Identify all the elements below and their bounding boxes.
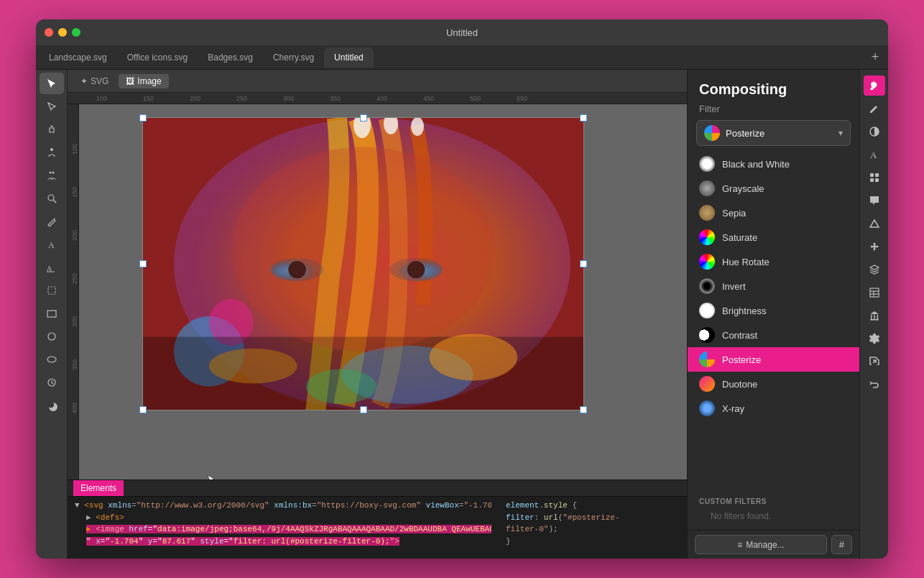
settings-button[interactable] [864, 329, 885, 349]
filter-dropdown-icon [704, 125, 720, 141]
tab-office[interactable]: Office icons.svg [117, 47, 198, 68]
minimize-button[interactable] [58, 28, 67, 37]
handle-bot-left[interactable] [139, 406, 147, 413]
filter-item-contrast[interactable]: Contrast [688, 323, 859, 347]
svg-rect-34 [870, 173, 874, 177]
clock-tool[interactable] [40, 372, 64, 393]
svg-point-29 [429, 334, 517, 380]
svg-rect-8 [48, 287, 55, 294]
svg-rect-43 [871, 315, 872, 319]
tab-untitled[interactable]: Untitled [324, 47, 374, 68]
selected-image[interactable] [142, 117, 584, 410]
filter-name-invert: Invert [722, 281, 746, 292]
add-tab-button[interactable]: + [865, 47, 885, 68]
crop-tool[interactable] [40, 280, 64, 301]
code-line-defs[interactable]: ▶ <defs> [75, 512, 491, 524]
person-tool[interactable] [40, 142, 64, 163]
filter-item-sepia[interactable]: Sepia [688, 201, 859, 225]
filter-item-saturate[interactable]: Saturate [688, 225, 859, 249]
zoom-tool[interactable] [40, 188, 64, 209]
hash-button[interactable]: # [831, 535, 852, 554]
svg-line-14 [52, 382, 53, 384]
select-tool[interactable] [40, 73, 64, 94]
code-line-image2[interactable]: " x="-1.704" y="87.617" style="filter: u… [75, 536, 491, 548]
manage-bar: ≡ Manage... # [688, 530, 859, 559]
filter-name-saturate: Saturate [722, 232, 757, 243]
left-toolbar: A A [36, 70, 68, 559]
pen-tool[interactable] [40, 211, 64, 232]
filter-item-posterize[interactable]: Posterize [688, 347, 859, 372]
moon-tool[interactable] [40, 395, 64, 416]
svg-rect-35 [875, 173, 879, 177]
text-tool[interactable]: A [40, 234, 64, 255]
code-right-1: element.style { [506, 500, 680, 512]
svg-text:A: A [48, 240, 55, 250]
svg-rect-36 [870, 178, 874, 182]
list-icon: ≡ [737, 540, 742, 550]
filter-item-brightness[interactable]: Brightness [688, 298, 859, 323]
text2-tool[interactable]: A [40, 257, 64, 278]
elements-tab[interactable]: Elements [73, 480, 124, 496]
bank-button[interactable] [864, 306, 885, 326]
compositing-header: Compositing [688, 70, 859, 104]
filter-item-hue-rotate[interactable]: Hue Rotate [688, 249, 859, 274]
circle-tool[interactable] [40, 326, 64, 347]
svg-rect-44 [874, 315, 875, 319]
pan-tool[interactable] [40, 119, 64, 140]
filter-icon-gray [699, 180, 715, 196]
filter-dropdown[interactable]: Posterize ▾ [696, 120, 851, 146]
filter-icon-bright [699, 303, 715, 318]
code-right-2: filter: url("#posterize- [506, 512, 680, 524]
svg-text:A: A [47, 265, 52, 272]
svg-mode-tab[interactable]: ✦ SVG [73, 74, 116, 88]
canvas-area[interactable] [79, 104, 687, 480]
filter-item-duotone[interactable]: Duotone [688, 372, 859, 396]
svg-point-10 [48, 333, 55, 340]
handle-bot-mid[interactable] [360, 406, 367, 413]
mode-tabs: ✦ SVG 🖼 Image [68, 70, 687, 93]
grid-button[interactable] [864, 168, 885, 188]
move-button[interactable] [864, 237, 885, 257]
image-mode-tab[interactable]: 🖼 Image [119, 74, 168, 88]
filter-item-xray[interactable]: X-ray [688, 396, 859, 421]
svg-icon: ✦ [80, 76, 88, 86]
handle-mid-right[interactable] [580, 260, 587, 267]
filter-item-bw[interactable]: Black and White [688, 152, 859, 176]
code-line-image[interactable]: ▶ <image href="data:image/jpeg;base64,/9… [75, 523, 491, 536]
manage-button[interactable]: ≡ Manage... [695, 535, 827, 554]
chat-button[interactable] [864, 191, 885, 211]
undo-button[interactable] [864, 375, 885, 395]
handle-mid-left[interactable] [139, 260, 147, 267]
svg-rect-42 [870, 319, 879, 321]
handle-bot-right[interactable] [580, 406, 587, 413]
close-button[interactable] [45, 28, 53, 37]
filter-item-grayscale[interactable]: Grayscale [688, 176, 859, 201]
filter-icon-inv [699, 278, 715, 294]
tab-badges[interactable]: Badges.svg [198, 47, 263, 68]
handle-top-right[interactable] [580, 114, 587, 121]
tab-landscape[interactable]: Landscape.svg [39, 47, 117, 68]
elements-panel: Elements ▼ <svg xmlns="http://www.w3.org… [68, 480, 687, 559]
ellipse-tool[interactable] [40, 349, 64, 370]
paint-button[interactable] [864, 75, 885, 96]
contrast-button[interactable] [864, 121, 885, 142]
person2-tool[interactable] [40, 165, 64, 186]
handle-top-mid[interactable] [360, 114, 367, 121]
ruler-vertical: 100 150 200 250 300 350 400 [68, 104, 79, 480]
export-button[interactable] [864, 352, 885, 372]
pen-button[interactable] [864, 98, 885, 119]
triangle-button[interactable] [864, 214, 885, 234]
maximize-button[interactable] [72, 28, 80, 37]
rect-tool[interactable] [40, 303, 64, 324]
filter-icon-post [699, 352, 715, 367]
text-button[interactable]: A [864, 144, 885, 165]
node-tool[interactable] [40, 96, 64, 117]
filter-name-grayscale: Grayscale [722, 183, 764, 194]
svg-rect-9 [47, 311, 56, 317]
handle-top-left[interactable] [139, 114, 147, 121]
layers-button[interactable] [864, 260, 885, 280]
code-line-svg[interactable]: ▼ <svg xmlns="http://www.w3.org/2000/svg… [75, 500, 491, 512]
tab-cherry[interactable]: Cherry.svg [263, 47, 324, 68]
filter-item-invert[interactable]: Invert [688, 274, 859, 298]
table-button[interactable] [864, 283, 885, 303]
